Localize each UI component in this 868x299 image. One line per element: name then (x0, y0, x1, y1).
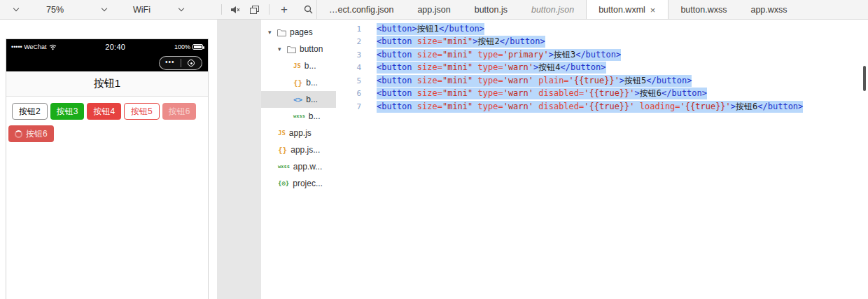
ellipsis-icon: ••• (165, 59, 175, 66)
tab-app.wxss[interactable]: app.wxss (738, 0, 799, 19)
tab-close-icon[interactable]: × (650, 6, 657, 15)
plus-icon: + (281, 3, 288, 17)
sim-button-default[interactable]: 按钮2 (12, 103, 48, 120)
code-area: 1<button>按钮1</button>2<button size="mini… (336, 22, 868, 113)
tree-item-app.w...[interactable]: wxssapp.w... (261, 158, 336, 175)
folder-icon (277, 29, 286, 36)
tree-item-label: b... (309, 111, 321, 121)
battery-percent: 100% (174, 43, 190, 50)
tree-item-label: app.w... (293, 162, 322, 172)
page-content: 按钮2按钮3按钮4按钮5按钮6 按钮6 (6, 97, 208, 142)
capsule-more-button[interactable]: ••• (160, 57, 181, 69)
tree-item-button[interactable]: ▾button (261, 41, 336, 57)
code-text: <button size="mini" type='warn' disabled… (377, 101, 803, 113)
js-file-icon: JS (278, 130, 286, 137)
code-text: <button>按钮1</button> (377, 23, 484, 35)
sim-button-warn[interactable]: 按钮4 (87, 103, 121, 120)
top-bar: 75% WiFi + (0, 0, 868, 20)
device-dropdown[interactable] (14, 0, 24, 19)
circle-dot-icon (188, 60, 195, 67)
js-file-icon: JS (293, 62, 301, 69)
code-line-7[interactable]: 7<button size="mini" type='warn' disable… (336, 100, 868, 113)
line-number: 6 (336, 89, 361, 98)
capsule-home-button[interactable] (181, 57, 202, 69)
sim-button-warn-disabled[interactable]: 按钮6 (162, 103, 197, 120)
tab-button.wxss[interactable]: button.wxss (668, 0, 738, 19)
tree-item-label: app.js... (290, 145, 320, 155)
sim-button-warn-plain[interactable]: 按钮5 (124, 103, 160, 120)
tree-item-app.js[interactable]: JSapp.js (261, 125, 336, 141)
tree-item-projec...[interactable]: {⊙}projec... (261, 175, 336, 192)
nav-bar: ••• (6, 55, 208, 71)
tab-label: …ect.config.json (329, 5, 393, 15)
tab-label: app.wxss (750, 5, 787, 15)
new-file-button[interactable]: + (277, 0, 291, 19)
tab-button.js[interactable]: button.js (463, 0, 519, 19)
main-area: ••••• WeChat 20:40 100% ••• (0, 20, 868, 299)
line-number: 5 (336, 76, 361, 85)
tree-item-label: b... (304, 61, 316, 71)
tree-item-b...[interactable]: <>b... (261, 91, 336, 108)
tree-item-label: projec... (293, 179, 323, 188)
tree-item-pages[interactable]: ▾pages (261, 24, 336, 41)
search-button[interactable] (300, 0, 316, 19)
code-line-2[interactable]: 2<button size="mini">按钮2</button> (336, 36, 868, 49)
tree-item-b...[interactable]: {}b... (261, 74, 336, 91)
json-file-icon: {} (293, 78, 302, 88)
tree-item-label: b... (306, 95, 318, 104)
speaker-icon (230, 6, 240, 14)
wifi-icon (49, 44, 57, 50)
phone-screen: ••••• WeChat 20:40 100% ••• (6, 39, 209, 299)
layout-toggle-button[interactable] (247, 0, 261, 19)
tab-button.json[interactable]: button.json (519, 0, 586, 19)
tab-app.json[interactable]: app.json (405, 0, 462, 19)
tree-item-b...[interactable]: JSb... (261, 57, 336, 74)
line-number: 4 (336, 63, 361, 72)
tab-label: button.js (475, 5, 507, 15)
code-line-4[interactable]: 4<button size="mini" type='warn'>按钮4</bu… (336, 62, 868, 75)
config-file-icon: {⊙} (278, 180, 289, 187)
toolbar: 75% WiFi + (0, 0, 316, 19)
tree-item-label: app.js (289, 128, 312, 138)
tab-label: app.json (417, 5, 450, 15)
tree-item-label: pages (290, 27, 313, 37)
mute-button[interactable] (228, 0, 242, 19)
tree-item-app.js...[interactable]: {}app.js... (261, 141, 336, 158)
tree-item-b...[interactable]: wxssb... (261, 108, 336, 125)
code-line-1[interactable]: 1<button>按钮1</button> (336, 22, 868, 36)
chevron-down-icon[interactable]: ▾ (268, 29, 274, 36)
tab-label: button.wxml (598, 5, 645, 15)
code-line-3[interactable]: 3<button size="mini" type='primary'>按钮3<… (336, 48, 868, 62)
folder-icon (287, 46, 296, 53)
panel-divider[interactable] (217, 20, 261, 299)
tab-ect.config.json[interactable]: …ect.config.json (317, 0, 405, 19)
wxss-file-icon: wxss (293, 113, 305, 119)
code-line-5[interactable]: 5<button size="mini" type='warn' plain='… (336, 74, 868, 88)
line-number: 1 (336, 25, 361, 34)
chevron-down-icon[interactable]: ▾ (278, 46, 284, 53)
simulator-loading-row: 按钮6 (6, 125, 208, 142)
chevron-down-icon (13, 6, 19, 11)
code-text: <button size="mini" type='warn'>按钮4</but… (377, 62, 606, 74)
network-value: WiFi (133, 5, 150, 15)
capsule-menu: ••• (159, 56, 202, 70)
loading-spinner-icon (15, 130, 22, 138)
wxml-file-icon: <> (293, 95, 302, 104)
tab-button.wxml[interactable]: button.wxml× (586, 0, 668, 19)
sim-button-primary[interactable]: 按钮3 (50, 103, 85, 120)
line-number: 7 (336, 102, 361, 111)
code-editor: 1<button>按钮1</button>2<button size="mini… (336, 20, 868, 299)
zoom-dropdown[interactable]: 75% (46, 0, 106, 19)
code-text: <button size="mini" type='warn' plain='{… (377, 75, 692, 87)
chevron-down-icon (178, 6, 184, 11)
code-line-6[interactable]: 6<button size="mini" type='warn' disable… (336, 88, 868, 101)
code-text: <button size="mini">按钮2</button> (377, 36, 545, 48)
network-dropdown[interactable]: WiFi (133, 0, 183, 19)
sim-button-warn-loading[interactable]: 按钮6 (8, 125, 54, 142)
battery-group: 100% (174, 43, 203, 50)
carrier-label: ••••• WeChat (11, 43, 47, 50)
status-bar: ••••• WeChat 20:40 100% (6, 39, 208, 55)
sim-button-label: 按钮6 (26, 128, 48, 140)
scrollbar-thumb[interactable] (863, 66, 866, 91)
simulator-panel: ••••• WeChat 20:40 100% ••• (0, 20, 217, 299)
